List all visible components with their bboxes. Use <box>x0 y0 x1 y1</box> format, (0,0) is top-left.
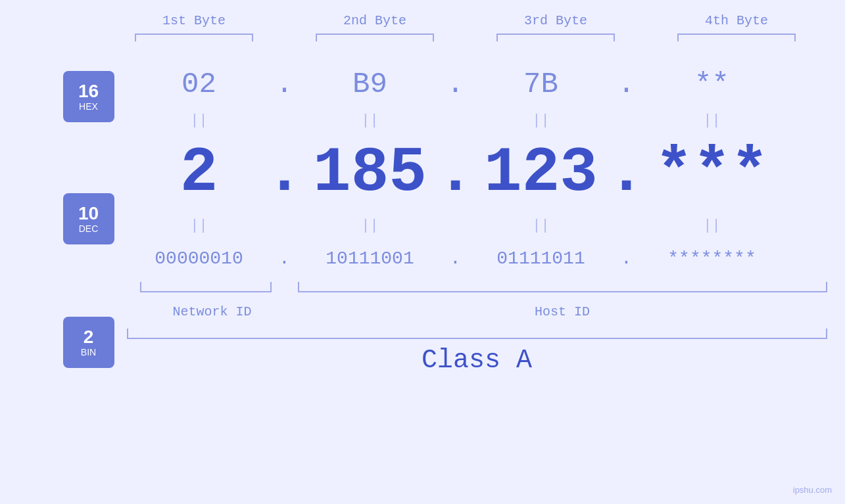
dec-val-1: 2 <box>180 133 218 212</box>
host-bracket <box>298 282 827 292</box>
bin-row: 00000010 . 10111001 . 01111011 . <box>127 239 827 278</box>
hex-badge-label: HEX <box>79 101 98 112</box>
top-bracket-2 <box>309 34 441 41</box>
dec-byte-3: 123 <box>469 133 614 212</box>
network-id-label-container: Network ID <box>127 304 298 319</box>
byte-header-1: 1st Byte <box>128 13 260 28</box>
bracket-line-2 <box>316 34 434 41</box>
hex-badge-number: 16 <box>78 81 99 102</box>
hex-val-4: ** <box>694 61 729 107</box>
dec-val-2: 185 <box>313 133 427 212</box>
hex-val-2: B9 <box>352 61 387 107</box>
top-bracket-4 <box>671 34 802 41</box>
eq2-3: || <box>469 212 614 239</box>
equals-1-4: || <box>703 107 720 133</box>
hex-row: 02 . B9 . 7B . ** <box>127 61 827 107</box>
id-labels-row: Network ID Host ID <box>127 304 827 319</box>
equals-1-1: || <box>190 107 207 133</box>
bin-byte-1: 00000010 <box>127 239 272 278</box>
hex-sep-2: . <box>443 61 469 107</box>
bin-val-4: ******** <box>667 239 756 278</box>
dec-badge-number: 10 <box>78 204 99 224</box>
bracket-line-3 <box>496 34 615 41</box>
equals-row-2: || || || || <box>127 212 827 239</box>
top-bracket-1 <box>128 34 260 41</box>
bottom-brackets-row <box>127 282 827 302</box>
bin-dot-3: . <box>621 239 632 278</box>
dec-val-4: *** <box>655 133 769 212</box>
eq1-4: || <box>640 107 785 133</box>
bin-byte-4: ******** <box>640 239 785 278</box>
equals-1-3: || <box>532 107 549 133</box>
bin-badge-number: 2 <box>84 327 94 348</box>
host-id-label: Host ID <box>535 304 590 319</box>
eq2-1: || <box>127 212 272 239</box>
byte-header-2: 2nd Byte <box>309 13 441 28</box>
bin-val-3: 01111011 <box>496 239 585 278</box>
eq2-4: || <box>640 212 785 239</box>
dec-badge: 10 DEC <box>63 193 114 244</box>
hex-val-3: 7B <box>523 61 558 107</box>
top-bracket-3 <box>490 34 621 41</box>
bracket-line-1 <box>135 34 253 41</box>
host-id-label-container: Host ID <box>298 304 827 319</box>
bin-byte-3: 01111011 <box>469 239 614 278</box>
hex-dot-1: . <box>276 61 293 107</box>
bin-sep-1: . <box>272 239 298 278</box>
dec-sep-3: . <box>614 133 640 212</box>
dec-sep-2: . <box>443 133 469 212</box>
eq1-3: || <box>469 107 614 133</box>
bin-val-2: 10111001 <box>326 239 414 278</box>
byte-headers-row: 1st Byte 2nd Byte 3rd Byte 4th Byte <box>104 13 827 28</box>
hex-dot-2: . <box>447 61 464 107</box>
byte-header-3: 3rd Byte <box>490 13 621 28</box>
content-area: 16 HEX 10 DEC 2 BIN 02 . <box>18 61 827 375</box>
bracket-line-4 <box>677 34 796 41</box>
network-bracket <box>140 282 272 292</box>
network-id-label: Network ID <box>172 304 251 319</box>
hex-dot-3: . <box>617 61 635 107</box>
hex-val-1: 02 <box>181 61 216 107</box>
hex-byte-1: 02 <box>127 61 272 107</box>
bin-val-1: 00000010 <box>155 239 243 278</box>
data-section: 02 . B9 . 7B . ** <box>127 61 827 375</box>
bin-sep-2: . <box>443 239 469 278</box>
equals-1-2: || <box>361 107 378 133</box>
eq1-2: || <box>298 107 443 133</box>
watermark: ipshu.com <box>793 485 832 495</box>
class-label-container: Class A <box>127 346 827 375</box>
equals-row-1: || || || || <box>127 107 827 133</box>
hex-sep-1: . <box>272 61 298 107</box>
eq2-2: || <box>298 212 443 239</box>
hex-byte-3: 7B <box>469 61 614 107</box>
bin-badge: 2 BIN <box>63 317 114 368</box>
bin-badge-label: BIN <box>81 347 96 357</box>
dec-byte-2: 185 <box>298 133 443 212</box>
equals-2-1: || <box>190 212 207 239</box>
dec-sep-1: . <box>272 133 298 212</box>
bin-byte-2: 10111001 <box>298 239 443 278</box>
equals-2-3: || <box>532 212 549 239</box>
byte-header-4: 4th Byte <box>671 13 802 28</box>
equals-2-2: || <box>361 212 378 239</box>
dec-val-3: 123 <box>484 133 598 212</box>
dec-row: 2 . 185 . 123 . *** <box>127 133 827 212</box>
dec-byte-4: *** <box>640 133 785 212</box>
bin-dot-2: . <box>450 239 461 278</box>
bin-sep-3: . <box>614 239 640 278</box>
hex-sep-3: . <box>614 61 640 107</box>
dec-badge-label: DEC <box>79 223 99 234</box>
main-container: 1st Byte 2nd Byte 3rd Byte 4th Byte 16 H… <box>0 0 845 504</box>
eq1-1: || <box>127 107 272 133</box>
class-label: Class A <box>422 346 532 375</box>
top-brackets <box>104 34 827 41</box>
hex-byte-4: ** <box>640 61 785 107</box>
hex-badge: 16 HEX <box>63 71 114 122</box>
dec-byte-1: 2 <box>127 133 272 212</box>
bin-dot-1: . <box>279 239 290 278</box>
equals-2-4: || <box>703 212 720 239</box>
class-bracket <box>127 329 827 339</box>
badges-column: 16 HEX 10 DEC 2 BIN <box>32 61 127 375</box>
hex-byte-2: B9 <box>298 61 443 107</box>
